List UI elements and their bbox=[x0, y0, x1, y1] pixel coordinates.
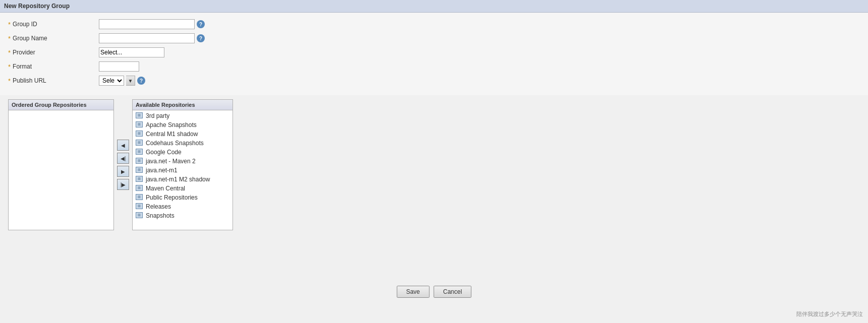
publish-url-controls: Select... ▼ ? bbox=[99, 76, 145, 86]
list-item[interactable]: ⊞Apache Snapshots bbox=[134, 120, 232, 130]
publish-url-row: * Publish URL Select... ▼ ? bbox=[8, 75, 860, 86]
group-id-label: * Group ID bbox=[8, 21, 99, 28]
repo-icon: ⊞ bbox=[136, 176, 144, 183]
provider-row: * Provider Select... Maven2 Maven1 NuGet… bbox=[8, 47, 860, 58]
repo-name: Google Code bbox=[146, 149, 182, 156]
repo-name: Codehaus Snapshots bbox=[146, 140, 204, 147]
repo-icon: ⊞ bbox=[136, 185, 144, 192]
watermark: 陪伴我渡过多少个无声哭泣 bbox=[796, 310, 863, 318]
repo-icon-inner: ⊞ bbox=[136, 149, 143, 155]
ordered-panel-header: Ordered Group Repositories bbox=[9, 100, 113, 110]
repo-icon: ⊞ bbox=[136, 158, 144, 165]
required-star-2: * bbox=[8, 35, 11, 42]
repo-icon-inner: ⊞ bbox=[136, 194, 143, 200]
list-item[interactable]: ⊞java.net - Maven 2 bbox=[134, 157, 232, 166]
list-item[interactable]: ⊞Google Code bbox=[134, 148, 232, 157]
repo-icon-inner: ⊞ bbox=[136, 121, 143, 127]
move-last-btn[interactable]: |▶ bbox=[117, 179, 129, 190]
repo-icon-inner: ⊞ bbox=[136, 203, 143, 209]
cancel-button[interactable]: Cancel bbox=[434, 286, 472, 298]
required-star-5: * bbox=[8, 77, 11, 85]
publish-url-arrow-btn[interactable]: ▼ bbox=[126, 76, 135, 86]
repo-icon-inner: ⊞ bbox=[136, 158, 143, 164]
repo-icon: ⊞ bbox=[136, 149, 144, 156]
arrows-column: ◀ ◀| ▶ |▶ bbox=[114, 99, 132, 230]
required-star-3: * bbox=[8, 49, 11, 56]
provider-label: * Provider bbox=[8, 49, 99, 56]
repo-icon-inner: ⊞ bbox=[136, 167, 143, 173]
repo-name: Central M1 shadow bbox=[146, 131, 198, 138]
repo-icon: ⊞ bbox=[136, 167, 144, 174]
group-id-input[interactable] bbox=[99, 19, 195, 29]
repo-icon: ⊞ bbox=[136, 121, 144, 128]
group-id-help-icon[interactable]: ? bbox=[197, 20, 205, 28]
repo-icon-inner: ⊞ bbox=[136, 140, 143, 146]
list-item[interactable]: ⊞Public Repositories bbox=[134, 193, 232, 202]
move-first-btn[interactable]: ◀| bbox=[117, 153, 129, 164]
repo-name: Maven Central bbox=[146, 185, 185, 192]
repo-name: Snapshots bbox=[146, 212, 175, 219]
repo-icon: ⊞ bbox=[136, 212, 144, 219]
repo-icon: ⊞ bbox=[136, 140, 144, 147]
group-name-help-icon[interactable]: ? bbox=[197, 34, 205, 42]
form-area: * Group ID ? * Group Name ? * Provider bbox=[0, 13, 868, 95]
title-text: New Repository Group bbox=[4, 3, 70, 10]
panels-area: Ordered Group Repositories ◀ ◀| ▶ |▶ Ava… bbox=[0, 95, 868, 234]
list-item[interactable]: ⊞3rd party bbox=[134, 111, 232, 120]
publish-url-select-wrapper: Select... ▼ bbox=[99, 76, 135, 86]
repo-name: 3rd party bbox=[146, 112, 169, 119]
dialog-title: New Repository Group bbox=[0, 0, 868, 13]
repo-name: java.net-m1 bbox=[146, 167, 178, 174]
format-label: * Format bbox=[8, 63, 99, 71]
available-panel: Available Repositories ⊞3rd party⊞Apache… bbox=[132, 99, 233, 230]
page-container: New Repository Group * Group ID ? * Grou… bbox=[0, 0, 868, 323]
publish-url-help-icon[interactable]: ? bbox=[137, 77, 145, 85]
list-item[interactable]: ⊞java.net-m1 M2 shadow bbox=[134, 175, 232, 184]
move-left-btn[interactable]: ◀ bbox=[117, 140, 129, 151]
move-right-btn[interactable]: ▶ bbox=[117, 166, 129, 177]
repo-icon-inner: ⊞ bbox=[136, 176, 143, 182]
provider-controls: Select... Maven2 Maven1 NuGet npm PyPI bbox=[99, 47, 164, 57]
format-input[interactable] bbox=[99, 61, 139, 72]
ordered-panel-content[interactable] bbox=[9, 110, 113, 226]
list-item[interactable]: ⊞Central M1 shadow bbox=[134, 130, 232, 139]
list-item[interactable]: ⊞Releases bbox=[134, 202, 232, 211]
repo-icon-inner: ⊞ bbox=[136, 131, 143, 137]
repo-icon-inner: ⊞ bbox=[136, 112, 143, 118]
repo-icon: ⊞ bbox=[136, 194, 144, 201]
group-id-controls: ? bbox=[99, 19, 205, 29]
required-star-1: * bbox=[8, 21, 11, 28]
save-button[interactable]: Save bbox=[396, 286, 429, 298]
provider-select[interactable]: Select... Maven2 Maven1 NuGet npm PyPI bbox=[99, 47, 164, 57]
publish-url-label: * Publish URL bbox=[8, 77, 99, 85]
group-name-input[interactable] bbox=[99, 33, 195, 43]
list-item[interactable]: ⊞Codehaus Snapshots bbox=[134, 139, 232, 148]
ordered-panel: Ordered Group Repositories bbox=[8, 99, 114, 230]
required-star-4: * bbox=[8, 63, 11, 71]
repo-icon-inner: ⊞ bbox=[136, 185, 143, 191]
provider-select-wrapper: Select... Maven2 Maven1 NuGet npm PyPI bbox=[99, 47, 164, 57]
group-name-controls: ? bbox=[99, 33, 205, 43]
group-id-row: * Group ID ? bbox=[8, 19, 860, 30]
list-item[interactable]: ⊞java.net-m1 bbox=[134, 166, 232, 175]
available-panel-header: Available Repositories bbox=[133, 100, 233, 110]
repo-icon: ⊞ bbox=[136, 112, 144, 119]
repo-name: Public Repositories bbox=[146, 194, 198, 201]
repo-name: Releases bbox=[146, 203, 171, 210]
bottom-buttons: Save Cancel bbox=[396, 286, 472, 298]
repo-name: java.net-m1 M2 shadow bbox=[146, 176, 210, 183]
format-controls bbox=[99, 61, 139, 72]
group-name-row: * Group Name ? bbox=[8, 33, 860, 44]
group-name-label: * Group Name bbox=[8, 35, 99, 42]
list-item[interactable]: ⊞Maven Central bbox=[134, 184, 232, 193]
list-item[interactable]: ⊞Snapshots bbox=[134, 211, 232, 220]
repo-name: Apache Snapshots bbox=[146, 121, 197, 128]
repo-name: java.net - Maven 2 bbox=[146, 158, 196, 165]
repo-icon: ⊞ bbox=[136, 203, 144, 210]
repo-icon: ⊞ bbox=[136, 131, 144, 138]
repo-icon-inner: ⊞ bbox=[136, 212, 143, 218]
publish-url-select[interactable]: Select... bbox=[99, 76, 124, 86]
available-panel-content: ⊞3rd party⊞Apache Snapshots⊞Central M1 s… bbox=[133, 110, 233, 226]
format-row: * Format bbox=[8, 61, 860, 72]
